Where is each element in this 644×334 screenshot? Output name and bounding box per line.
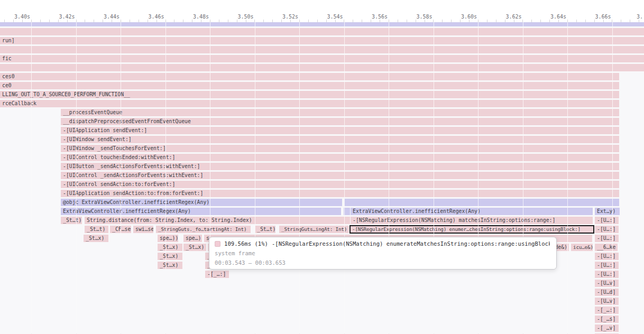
stack-frame-bar[interactable]: -[U…:] <box>595 262 619 269</box>
stack-frame-bar[interactable]: _St…x) <box>158 262 182 269</box>
stack-frame-bar[interactable]: ce0 <box>0 82 619 89</box>
ruler-time-label: 3.42s <box>59 14 75 20</box>
stack-frame-bar[interactable]: _St…t) <box>255 226 275 233</box>
stack-frame-bar[interactable]: -[UIButton _sendActionsForEvents:withEve… <box>61 163 619 170</box>
ruler-time-label: 3.64s <box>550 14 566 20</box>
stack-frame-bar[interactable]: ExtraViewController.inefficientRegex(Any… <box>351 208 593 215</box>
stack-frame-bar[interactable]: _StringGuts…ingAt: Int) <box>279 226 349 233</box>
stack-frame-bar[interactable]: -[UIControl sendAction:to:forEvent:] <box>61 181 619 188</box>
stack-frame-bar[interactable]: spe…)) <box>183 235 202 242</box>
stack-frame-bar[interactable] <box>0 46 644 53</box>
stack-frame-bar[interactable]: _St…t) <box>85 226 108 233</box>
tooltip-duration: 109.56ms (1%) <box>224 240 268 247</box>
ruler-time-label: 3.40s <box>14 14 30 20</box>
stack-frame-bar[interactable]: swi…se <box>133 226 153 233</box>
stack-frame-bar[interactable]: -[U…d] <box>595 289 619 296</box>
tooltip-frame-origin: system frame <box>215 250 550 256</box>
time-profiler-flame-graph[interactable]: 3.40s3.42s3.44s3.46s3.48s3.50s3.52s3.54s… <box>0 0 644 334</box>
stack-frame-bar[interactable] <box>0 28 644 35</box>
frame-color-swatch-icon <box>215 241 220 247</box>
ruler-time-label: 3.48s <box>193 14 209 20</box>
ruler-time-label: 3.54s <box>327 14 343 20</box>
stack-frame-bar[interactable]: _St…x) <box>183 244 206 251</box>
stack-frame-bar[interactable]: String.distance(from: String.Index, to: … <box>85 217 350 224</box>
stack-frame-bar[interactable]: -[U…:] <box>595 235 619 242</box>
ruler-time-label-partial: 3. <box>637 14 643 20</box>
stack-frame-bar[interactable]: -[U…:] <box>595 271 619 278</box>
tooltip-time-range: 00:03.543 — 00:03.653 <box>215 259 550 266</box>
frame-tooltip: 109.56ms (1%) -[NSRegularExpression(NSMa… <box>209 237 557 270</box>
stack-frame-bar[interactable]: icu…e&) <box>571 244 593 251</box>
ruler-time-label: 3.44s <box>104 14 119 20</box>
stack-frame-bar[interactable]: _StringGuts._fo…tartingAt: Int) <box>156 226 251 233</box>
stack-frame-bar[interactable]: -[U…v] <box>595 298 619 305</box>
ruler-time-label: 3.60s <box>461 14 477 20</box>
stack-frame-bar[interactable]: Ext…y) <box>595 208 620 215</box>
gridline-highlight <box>210 22 210 333</box>
gridline-highlight <box>612 22 613 333</box>
ruler-time-label: 3.52s <box>282 14 298 20</box>
stack-frame-bar[interactable]: run] <box>0 37 644 44</box>
ruler-time-label: 3.62s <box>505 14 521 20</box>
stack-frame-bar[interactable]: @objc ExtraViewController.inefficientReg… <box>61 199 342 206</box>
stack-frame-bar[interactable]: _St…t) <box>61 217 82 224</box>
stack-frame-bar[interactable] <box>0 64 644 71</box>
gridline-highlight <box>255 22 255 333</box>
stack-frame-bar[interactable]: -[NSRegularExpression(NSMatching) matche… <box>351 217 593 224</box>
ruler-time-label: 3.50s <box>237 14 253 20</box>
stack-frame-bar[interactable]: _St…x) <box>158 244 182 251</box>
tooltip-frame-name: -[NSRegularExpression(NSMatching) enumer… <box>272 240 550 247</box>
tooltip-title-line: 109.56ms (1%) -[NSRegularExpression(NSMa… <box>215 240 550 247</box>
stack-frame-bar[interactable]: __dispatchPreprocessedEventFromEventQueu… <box>61 118 619 125</box>
ruler-time-label: 3.56s <box>372 14 388 20</box>
gridline-highlight <box>523 22 523 333</box>
stack-frame-bar[interactable]: -[UIControl _sendActionsForEvents:withEv… <box>61 172 619 179</box>
gridline-highlight <box>389 22 389 333</box>
gridline-highlight <box>299 22 300 333</box>
stack-frame-bar[interactable] <box>0 22 644 26</box>
stack-frame-bar[interactable]: -[U…:] <box>595 217 619 224</box>
ruler-time-label: 3.46s <box>148 14 164 20</box>
stack-frame-bar[interactable]: ces0 <box>0 73 619 80</box>
stack-frame-bar[interactable]: -[_…s] <box>595 316 619 323</box>
gridline-highlight <box>567 22 568 333</box>
gridline-highlight <box>31 22 32 333</box>
stack-frame-bar-selected[interactable]: -[NSRegularExpression(NSMatching) enumer… <box>350 226 594 233</box>
stack-frame-bar[interactable]: -[UIApplication sendAction:to:from:forEv… <box>61 190 619 197</box>
stack-frame-bar[interactable]: -[U…:] <box>595 253 619 260</box>
stack-frame-bar[interactable]: -[UIWindow sendEvent:] <box>61 136 619 143</box>
gridline-highlight <box>121 22 121 333</box>
stack-frame-bar[interactable]: rceCallback <box>0 100 619 107</box>
stack-frame-bar[interactable]: -[UIApplication sendEvent:] <box>61 127 619 134</box>
gridline-highlight <box>434 22 434 333</box>
ruler-time-label: 3.66s <box>595 14 611 20</box>
stack-frame-bar[interactable]: -[_…:] <box>595 307 619 314</box>
stack-frame-bar[interactable]: -[_…v] <box>595 324 619 332</box>
gridline-highlight <box>165 22 166 333</box>
ruler-time-label: 3.58s <box>416 14 432 20</box>
gridline-highlight <box>344 22 345 333</box>
stack-frame-bar[interactable] <box>344 199 619 206</box>
stack-frame-bar[interactable]: -[UIControl touchesEnded:withEvent:] <box>61 154 619 161</box>
stack-frame-bar[interactable]: spe…)) <box>158 235 178 242</box>
gridline-highlight <box>478 22 479 333</box>
stack-frame-bar[interactable]: LLING_OUT_TO_A_SOURCE0_PERFORM_FUNCTION_… <box>0 91 619 98</box>
stack-frame-bar[interactable]: __6…ke <box>595 244 618 251</box>
stack-frame-bar[interactable]: -[U…v] <box>595 280 619 287</box>
stack-frame-bar[interactable]: -[_…:] <box>205 271 229 278</box>
gridline-highlight <box>76 22 77 333</box>
stack-frame-bar[interactable]: __processEventQueue <box>61 109 619 116</box>
stack-frame-bar[interactable]: -[UIWindow _sendTouchesForEvent:] <box>61 145 619 152</box>
stack-frame-bar[interactable]: _St…x) <box>84 235 108 242</box>
stack-frame-bar[interactable]: _St…x) <box>158 253 182 260</box>
stack-frame-bar[interactable]: fic <box>0 55 644 62</box>
stack-frame-bar[interactable]: -[U…:] <box>595 226 619 233</box>
